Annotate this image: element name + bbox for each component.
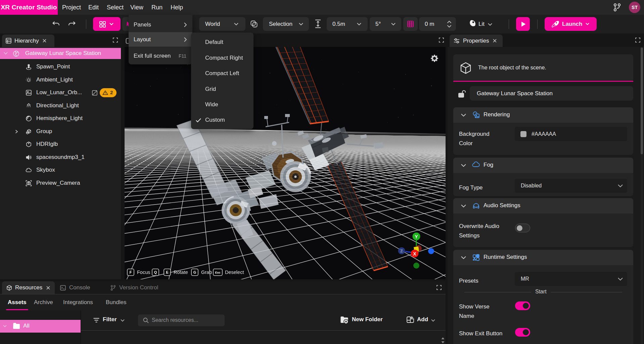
svg-text:Esc: Esc (215, 271, 220, 274)
svg-text:Q: Q (154, 270, 157, 274)
svg-text:G: G (193, 270, 196, 274)
svg-text:X: X (413, 251, 416, 256)
svg-text:Z: Z (400, 248, 403, 253)
svg-text:Rotate: Rotate (174, 270, 188, 275)
svg-text:Grab: Grab (201, 270, 212, 275)
svg-text:F: F (130, 270, 132, 274)
svg-text:Focus: Focus (137, 270, 150, 275)
svg-text:Deselect: Deselect (225, 270, 244, 275)
svg-text:E: E (166, 270, 168, 274)
svg-text:Y: Y (415, 234, 418, 239)
